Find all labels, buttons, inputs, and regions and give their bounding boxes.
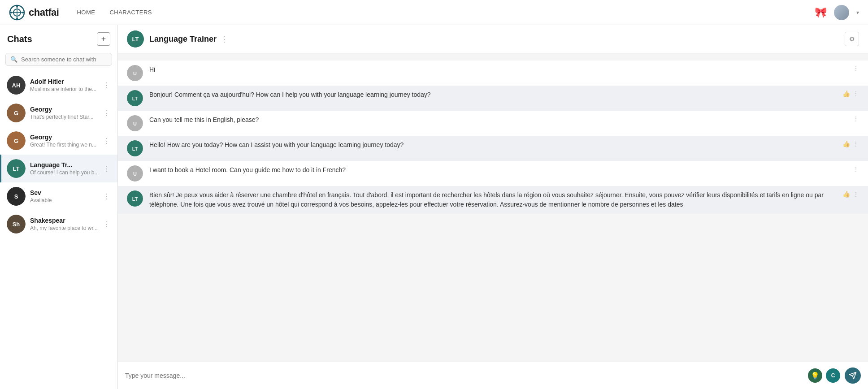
chat-list-item[interactable]: S Sev Available ⋮ xyxy=(0,182,117,210)
chat-item-more[interactable]: ⋮ xyxy=(101,79,112,91)
chat-item-more[interactable]: ⋮ xyxy=(101,107,112,119)
chat-list-item[interactable]: Sh Shakespear Ah, my favorite place to w… xyxy=(0,210,117,238)
logo[interactable]: chatfai xyxy=(9,4,59,21)
chat-item-info: Georgy Great! The first thing we n... xyxy=(30,134,101,148)
chat-item-more[interactable]: ⋮ xyxy=(101,135,112,147)
chat-list-item[interactable]: G Georgy Great! The first thing we n... … xyxy=(0,127,117,155)
chat-item-name: Sev xyxy=(30,189,101,196)
message-row: LT Bien sûr! Je peux vous aider à réserv… xyxy=(118,186,868,214)
add-chat-button[interactable]: + xyxy=(97,32,110,46)
svg-text:LT: LT xyxy=(132,196,138,202)
message-actions: 👍 ⋮ xyxy=(842,190,859,198)
thumbs-up-icon[interactable]: 👍 xyxy=(842,190,850,198)
nav-links: HOME CHARACTERS xyxy=(77,7,152,17)
chat-item-avatar: G xyxy=(7,104,26,122)
chat-header-dots[interactable]: ⋮ xyxy=(220,34,228,44)
chat-header-name: Language Trainer xyxy=(149,35,217,44)
header-avatar-svg: LT xyxy=(127,30,144,48)
chat-header-right: ⚙ xyxy=(845,32,859,46)
message-more-icon[interactable]: ⋮ xyxy=(853,190,859,198)
svg-text:LT: LT xyxy=(132,146,138,151)
thumbs-up-icon[interactable]: 👍 xyxy=(842,90,850,97)
search-input[interactable] xyxy=(21,56,107,63)
chat-item-preview: That's perfectly fine! Star... xyxy=(30,114,101,120)
messages-area: U Hi ⋮ LT Bonjour! Comment ça va aujourd… xyxy=(118,53,868,362)
chat-item-more[interactable]: ⋮ xyxy=(101,190,112,203)
message-row: U I want to book a Hotel room. Can you g… xyxy=(118,161,868,186)
chat-list-item[interactable]: LT Language Tr... Of course! I can help … xyxy=(0,155,117,182)
message-more-icon[interactable]: ⋮ xyxy=(853,140,859,147)
search-icon: 🔍 xyxy=(10,56,17,63)
chat-item-preview: Ah, my favorite place to wr... xyxy=(30,225,101,231)
svg-text:LT: LT xyxy=(13,165,20,172)
message-avatar: LT xyxy=(127,140,143,156)
message-actions: 👍 ⋮ xyxy=(842,140,859,147)
chat-item-more[interactable]: ⋮ xyxy=(101,163,112,175)
message-content: Hello! How are you today? How can I assi… xyxy=(149,140,837,150)
ribbon-icon[interactable]: 🎀 xyxy=(815,7,827,18)
message-more-icon[interactable]: ⋮ xyxy=(853,90,859,97)
chat-item-name: Adolf Hitler xyxy=(30,78,101,85)
svg-text:U: U xyxy=(133,121,137,126)
message-actions: ⋮ xyxy=(853,115,859,122)
svg-text:S: S xyxy=(14,193,18,200)
svg-point-5 xyxy=(16,17,18,19)
svg-text:U: U xyxy=(133,171,137,177)
message-content: Can you tell me this in English, please? xyxy=(149,115,847,125)
chat-avatar-svg: LT xyxy=(7,159,26,178)
chat-avatar-svg: G xyxy=(7,131,26,150)
message-avatar-svg: U xyxy=(127,115,143,131)
message-more-icon[interactable]: ⋮ xyxy=(853,65,859,72)
message-avatar: U xyxy=(127,165,143,182)
chat-item-info: Georgy That's perfectly fine! Star... xyxy=(30,106,101,120)
message-avatar: LT xyxy=(127,190,143,207)
search-container: 🔍 xyxy=(0,49,117,71)
nav-home[interactable]: HOME xyxy=(77,7,95,17)
bulb-button[interactable]: 💡 xyxy=(808,368,822,383)
chat-item-preview: Great! The first thing we n... xyxy=(30,142,101,148)
send-button[interactable] xyxy=(845,367,861,384)
settings-button[interactable]: ⚙ xyxy=(845,32,859,46)
input-icons: 💡 C xyxy=(808,368,840,383)
svg-text:Sh: Sh xyxy=(13,221,20,228)
svg-point-7 xyxy=(22,12,24,13)
message-more-icon[interactable]: ⋮ xyxy=(853,115,859,122)
message-input[interactable] xyxy=(125,367,803,384)
message-avatar-svg: U xyxy=(127,165,143,182)
chat-list-item[interactable]: AH Adolf Hitler Muslims are inferior to … xyxy=(0,71,117,99)
svg-point-4 xyxy=(16,6,18,8)
chat-list: AH Adolf Hitler Muslims are inferior to … xyxy=(0,71,117,389)
svg-point-6 xyxy=(10,12,12,13)
chat-list-item[interactable]: G Georgy That's perfectly fine! Star... … xyxy=(0,99,117,127)
chat-avatar-svg: AH xyxy=(7,76,26,95)
message-content: Bien sûr! Je peux vous aider à réserver … xyxy=(149,190,837,209)
chat-avatar-svg: G xyxy=(7,104,26,122)
nav-right: 🎀 ▾ xyxy=(815,5,859,20)
user-menu-chevron[interactable]: ▾ xyxy=(856,9,859,16)
chat-item-more[interactable]: ⋮ xyxy=(101,218,112,230)
message-more-icon[interactable]: ⋮ xyxy=(853,165,859,173)
c-button[interactable]: C xyxy=(826,368,840,383)
svg-text:G: G xyxy=(14,110,18,117)
thumbs-up-icon[interactable]: 👍 xyxy=(842,140,850,147)
sidebar-title: Chats xyxy=(7,34,32,44)
gear-icon: ⚙ xyxy=(849,35,855,43)
chat-item-preview: Available xyxy=(30,197,101,203)
header-avatar-img: LT xyxy=(127,30,144,48)
message-avatar: LT xyxy=(127,90,143,106)
message-text: Bien sûr! Je peux vous aider à réserver … xyxy=(149,190,837,209)
input-area: 💡 C xyxy=(118,362,868,389)
user-avatar[interactable] xyxy=(834,5,849,20)
chat-item-name: Shakespear xyxy=(30,217,101,224)
nav-characters[interactable]: CHARACTERS xyxy=(109,7,152,17)
message-row: LT Hello! How are you today? How can I a… xyxy=(118,136,868,161)
sidebar-header: Chats + xyxy=(0,25,117,49)
message-avatar-svg: U xyxy=(127,65,143,81)
chat-avatar-svg: S xyxy=(7,187,26,206)
message-avatar: U xyxy=(127,65,143,81)
chat-item-avatar: G xyxy=(7,131,26,150)
svg-text:LT: LT xyxy=(132,36,139,43)
message-text: I want to book a Hotel room. Can you gui… xyxy=(149,165,847,175)
svg-text:G: G xyxy=(14,138,18,144)
message-row: U Can you tell me this in English, pleas… xyxy=(118,111,868,136)
